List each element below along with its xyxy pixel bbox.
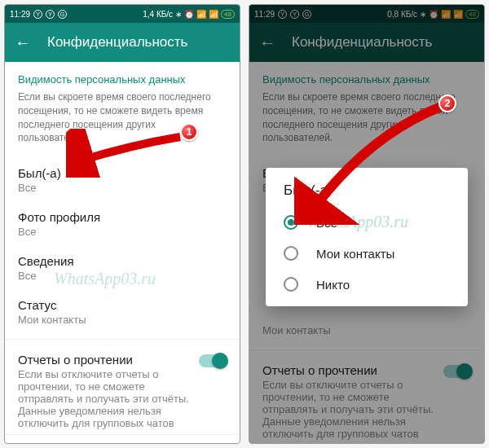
toggle-switch[interactable] (199, 354, 227, 367)
radio-icon (284, 277, 298, 292)
page-title: Конфиденциальность (47, 34, 187, 51)
setting-about[interactable]: Сведения Все (18, 246, 227, 290)
status-bar: 11:29 Y Y G 1,4 КБ/с ∗ ⏰ 📶 📶 48 (5, 5, 240, 23)
bluetooth-icon: ∗ (175, 10, 182, 19)
wifi-icon: 📶 (209, 10, 218, 19)
step-badge: 2 (438, 94, 456, 112)
back-icon[interactable]: ← (15, 33, 31, 52)
divider (5, 434, 240, 435)
setting-desc: Если вы отключите отчеты о прочтении, то… (18, 368, 191, 429)
screenshot-right: 11:29 Y Y G 0,8 КБ/с ∗ ⏰ 📶 📶 48 ← Конфид… (249, 4, 485, 444)
content-area: Видимость персональных данных Если вы ск… (5, 62, 240, 443)
section-title: Видимость персональных данных (18, 73, 227, 86)
status-time: 11:29 (10, 10, 30, 19)
step-badge: 1 (180, 123, 198, 141)
status-icon: G (58, 10, 67, 19)
battery-icon: 48 (221, 10, 235, 19)
radio-label: Мои контакты (316, 247, 394, 261)
app-bar: ← Конфиденциальность (5, 23, 240, 62)
screenshot-left: 11:29 Y Y G 1,4 КБ/с ∗ ⏰ 📶 📶 48 ← Конфид… (4, 4, 240, 444)
radio-icon (284, 215, 298, 230)
setting-read-receipts[interactable]: Отчеты о прочтении Если вы отключите отч… (18, 345, 227, 429)
setting-label: Фото профиля (18, 210, 227, 224)
radio-option-everyone[interactable]: Все (266, 207, 468, 238)
setting-label: Сведения (18, 254, 227, 268)
radio-option-nobody[interactable]: Никто (266, 269, 468, 300)
setting-value: Все (18, 226, 227, 238)
setting-value: Все (18, 182, 227, 194)
radio-option-contacts[interactable]: Мои контакты (266, 238, 468, 269)
divider (5, 339, 240, 340)
status-icon: Y (46, 10, 55, 19)
setting-value: Мои контакты (18, 314, 227, 326)
alarm-icon: ⏰ (184, 10, 194, 19)
radio-label: Все (316, 216, 337, 230)
setting-label: Был(-а) (18, 166, 227, 180)
setting-label: Статус (18, 298, 227, 312)
setting-groups[interactable]: Группы (18, 440, 227, 443)
setting-label: Отчеты о прочтении (18, 353, 191, 367)
status-icon: Y (33, 10, 42, 19)
radio-icon (284, 246, 298, 261)
dialog-last-seen: Был(-а) Все Мои контакты Никто (266, 168, 468, 306)
dialog-title: Был(-а) (266, 182, 468, 207)
radio-label: Никто (316, 278, 350, 292)
setting-last-seen[interactable]: Был(-а) Все (18, 158, 227, 202)
setting-status[interactable]: Статус Мои контакты (18, 290, 227, 334)
setting-profile-photo[interactable]: Фото профиля Все (18, 202, 227, 246)
signal-icon: 📶 (196, 10, 206, 19)
setting-value: Все (18, 270, 227, 282)
status-net: 1,4 КБ/с (143, 10, 173, 19)
